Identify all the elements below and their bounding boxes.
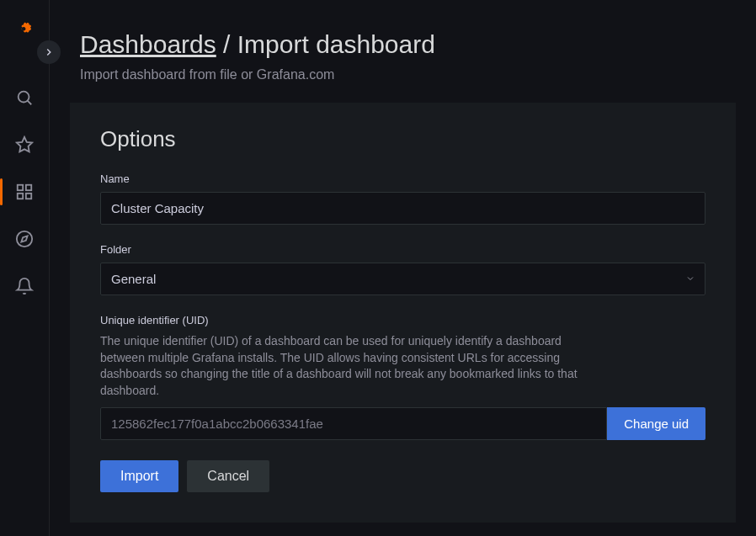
field-uid: Unique identifier (UID) The unique ident…: [100, 314, 705, 440]
folder-select-wrap: General: [100, 263, 705, 295]
folder-select[interactable]: General: [100, 263, 705, 295]
sidebar-item-dashboards[interactable]: [8, 175, 41, 209]
grafana-logo[interactable]: [8, 13, 41, 47]
sidebar: [0, 0, 50, 536]
name-label: Name: [100, 172, 705, 185]
breadcrumb-current: Import dashboard: [237, 30, 435, 58]
uid-label: Unique identifier (UID): [100, 314, 705, 326]
section-title: Options: [100, 126, 705, 152]
svg-point-8: [17, 231, 32, 247]
field-folder: Folder General: [100, 243, 705, 295]
import-button[interactable]: Import: [100, 460, 178, 492]
action-buttons: Import Cancel: [100, 460, 705, 492]
folder-label: Folder: [100, 243, 705, 256]
svg-rect-5: [26, 185, 31, 190]
svg-line-2: [28, 101, 32, 105]
breadcrumb: Dashboards / Import dashboard: [80, 30, 726, 59]
main-content: Dashboards / Import dashboard Import das…: [50, 0, 756, 536]
change-uid-button[interactable]: Change uid: [607, 407, 705, 440]
svg-rect-6: [18, 194, 23, 199]
field-name: Name: [100, 172, 705, 225]
svg-marker-9: [21, 236, 27, 241]
sidebar-item-search[interactable]: [8, 81, 41, 114]
cancel-button[interactable]: Cancel: [187, 460, 269, 492]
sidebar-expand-button[interactable]: [37, 40, 61, 64]
svg-point-1: [19, 92, 29, 103]
breadcrumb-root-link[interactable]: Dashboards: [80, 30, 216, 58]
uid-input[interactable]: [100, 407, 607, 440]
breadcrumb-separator: /: [216, 30, 237, 58]
page-header: Dashboards / Import dashboard Import das…: [50, 0, 756, 103]
svg-rect-4: [18, 185, 23, 190]
sidebar-item-alerting[interactable]: [8, 269, 41, 303]
svg-rect-7: [26, 194, 31, 199]
options-panel: Options Name Folder General Unique ident…: [70, 103, 736, 523]
svg-marker-3: [17, 137, 32, 151]
sidebar-item-explore[interactable]: [8, 222, 41, 256]
page-subtitle: Import dashboard from file or Grafana.co…: [80, 67, 726, 82]
sidebar-item-starred[interactable]: [8, 128, 41, 162]
uid-help-text: The unique identifier (UID) of a dashboa…: [100, 333, 588, 399]
name-input[interactable]: [100, 192, 705, 225]
svg-point-0: [22, 27, 26, 31]
uid-row: Change uid: [100, 407, 705, 440]
